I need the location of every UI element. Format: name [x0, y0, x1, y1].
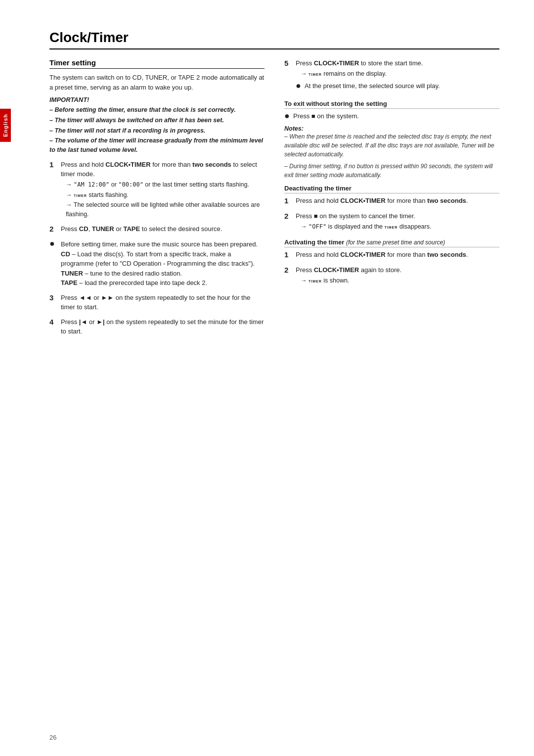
step-1-arrow-2: timer starts flashing. — [61, 190, 265, 200]
right-steps-list: 5 Press CLOCK•TIMER to store the start t… — [284, 58, 499, 95]
important-item-2: – The timer will always be switched on a… — [49, 116, 265, 125]
step-3-num: 3 — [49, 292, 58, 304]
step-5-arrow-1: timer remains on the display. — [296, 69, 499, 79]
important-item-4: – The volume of the timer will increase … — [49, 136, 265, 155]
activating-step-1-content: Press and hold CLOCK•TIMER for more than… — [296, 250, 499, 260]
two-column-layout: Timer setting The system can switch on t… — [49, 58, 499, 341]
steps-list: 1 Press and hold CLOCK•TIMER for more th… — [49, 160, 265, 336]
step-5-bullet-dot: ● — [296, 81, 303, 91]
deactivate-step-2-content: Press ■ on the system to cancel the time… — [296, 211, 499, 231]
deactivate-step-1-num: 1 — [284, 195, 293, 207]
activating-subtitle: (for the same preset time and source) — [346, 239, 445, 246]
note-2: – During timer setting, if no button is … — [284, 162, 499, 180]
right-column: 5 Press CLOCK•TIMER to store the start t… — [284, 58, 499, 341]
step-5-num: 5 — [284, 58, 293, 69]
deactivate-step-2-num: 2 — [284, 211, 293, 222]
activating-step-1: 1 Press and hold CLOCK•TIMER for more th… — [284, 250, 499, 261]
step-4-content: Press |◄ or ►| on the system repeatedly … — [61, 317, 265, 336]
deactivate-step-2: 2 Press ■ on the system to cancel the ti… — [284, 211, 499, 231]
exit-text: Press ■ on the system. — [293, 111, 499, 121]
step-1-arrow-3: The selected source will be lighted whil… — [61, 200, 265, 219]
section-title-timer: Timer setting — [49, 58, 265, 69]
step-1-num: 1 — [49, 159, 58, 171]
activating-step-2-content: Press CLOCK•TIMER again to store. timer … — [296, 265, 499, 285]
activating-steps: 1 Press and hold CLOCK•TIMER for more th… — [284, 250, 499, 285]
important-item-1: – Before setting the timer, ensure that … — [49, 105, 265, 115]
exit-bullet: ● Press ■ on the system. — [284, 111, 499, 121]
step-2: 2 Press CD, TUNER or TAPE to select the … — [49, 224, 265, 235]
intro-text: The system can switch on to CD, TUNER, o… — [49, 73, 265, 92]
step-5-content: Press CLOCK•TIMER to store the start tim… — [296, 58, 499, 95]
page-number: 26 — [49, 734, 56, 741]
step-3-content: Press ◄◄ or ►► on the system repeatedly … — [61, 293, 265, 312]
activating-step-1-num: 1 — [284, 249, 293, 261]
deactivate-steps: 1 Press and hold CLOCK•TIMER for more th… — [284, 196, 499, 232]
notes-block: Notes: – When the preset time is reached… — [284, 125, 499, 180]
activating-heading-block: Activating the timer (for the same prese… — [284, 238, 499, 247]
step-1: 1 Press and hold CLOCK•TIMER for more th… — [49, 160, 265, 219]
important-label: IMPORTANT! — [49, 96, 265, 103]
step-2-content: Press CD, TUNER or TAPE to select the de… — [61, 224, 265, 234]
step-2-num: 2 — [49, 224, 58, 235]
important-block: IMPORTANT! – Before setting the timer, e… — [49, 96, 265, 155]
activating-title: Activating the timer — [284, 238, 344, 246]
note-1: – When the preset time is reached and th… — [284, 132, 499, 159]
step-1-content: Press and hold CLOCK•TIMER for more than… — [61, 160, 265, 219]
step-5-bullet: ● At the preset time, the selected sourc… — [296, 81, 499, 91]
exit-heading: To exit without storing the setting — [284, 100, 499, 109]
step-5: 5 Press CLOCK•TIMER to store the start t… — [284, 58, 499, 95]
activating-step-2-arrow: timer is shown. — [296, 276, 499, 285]
exit-bullet-dot: ● — [284, 111, 291, 121]
step-bullet-dot: ● — [49, 239, 58, 249]
language-tab: English — [0, 109, 11, 142]
step-bullet: ● Before setting timer, make sure the mu… — [49, 239, 265, 288]
step-4-num: 4 — [49, 317, 58, 328]
step-bullet-content: Before setting timer, make sure the musi… — [61, 239, 265, 288]
deactivate-step-2-arrow: "OFF" is displayed and the timer disappe… — [296, 222, 499, 232]
deactivate-heading: Deactivating the timer — [284, 185, 499, 193]
important-item-3: – The timer will not start if a recordin… — [49, 126, 265, 136]
step-5-bullet-text: At the preset time, the selected source … — [305, 81, 499, 91]
notes-label: Notes: — [284, 125, 499, 132]
step-4: 4 Press |◄ or ►| on the system repeatedl… — [49, 317, 265, 336]
left-column: Timer setting The system can switch on t… — [49, 58, 265, 341]
deactivate-step-1: 1 Press and hold CLOCK•TIMER for more th… — [284, 196, 499, 207]
activating-step-2-num: 2 — [284, 265, 293, 276]
step-1-arrow-1: "AM 12:00" or "00:00" or the last timer … — [61, 180, 265, 189]
page-title: Clock/Timer — [49, 30, 499, 49]
deactivate-step-1-content: Press and hold CLOCK•TIMER for more than… — [296, 196, 499, 206]
activating-section: Activating the timer (for the same prese… — [284, 238, 499, 285]
step-3: 3 Press ◄◄ or ►► on the system repeatedl… — [49, 293, 265, 312]
activating-step-2: 2 Press CLOCK•TIMER again to store. time… — [284, 265, 499, 285]
page: English Clock/Timer Timer setting The sy… — [0, 0, 534, 756]
